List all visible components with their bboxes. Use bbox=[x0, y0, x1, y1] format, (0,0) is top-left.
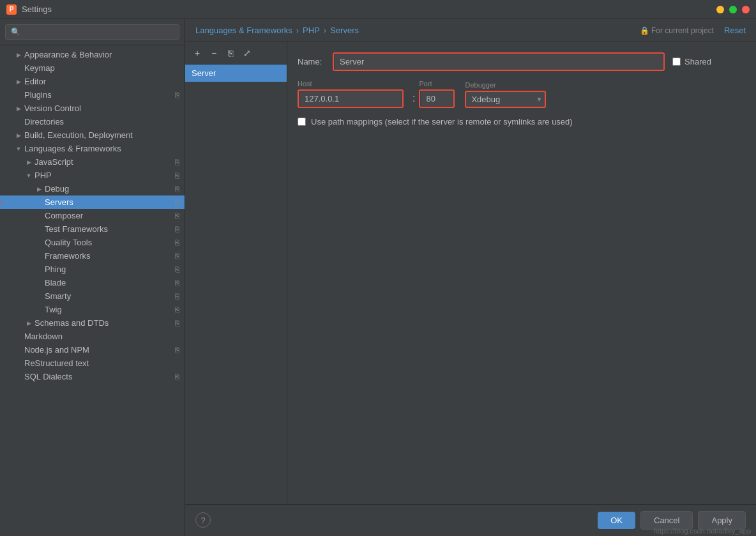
arrow-icon bbox=[24, 171, 33, 180]
host-input[interactable] bbox=[299, 91, 402, 106]
breadcrumb-item-php[interactable]: PHP bbox=[303, 26, 320, 35]
name-label: Name: bbox=[298, 57, 326, 66]
port-input[interactable] bbox=[421, 91, 453, 106]
sidebar-item-build[interactable]: Build, Execution, Deployment bbox=[0, 128, 185, 142]
copy-icon bbox=[175, 197, 179, 207]
server-list: Server bbox=[185, 65, 287, 504]
breadcrumb-project: 🔒 For current project bbox=[640, 26, 714, 35]
sidebar-item-label: ReStructured text bbox=[24, 358, 179, 368]
sidebar-item-label: Servers bbox=[45, 197, 175, 207]
copy-icon bbox=[175, 211, 179, 220]
sidebar-item-label: Twig bbox=[45, 305, 175, 314]
sidebar-item-label: Plugins bbox=[24, 90, 175, 100]
host-label: Host bbox=[298, 80, 404, 88]
help-button[interactable]: ? bbox=[195, 512, 211, 528]
copy-icon bbox=[175, 264, 179, 274]
ok-button[interactable]: OK bbox=[598, 512, 635, 529]
sidebar-item-plugins[interactable]: Plugins bbox=[0, 88, 185, 102]
sidebar-item-label: Editor bbox=[24, 77, 179, 86]
sidebar-item-frameworks[interactable]: Frameworks bbox=[0, 249, 185, 263]
remove-server-button[interactable]: − bbox=[207, 46, 221, 60]
sidebar-item-debug[interactable]: Debug bbox=[0, 182, 185, 195]
search-bar bbox=[0, 19, 185, 45]
maximize-button[interactable] bbox=[729, 6, 737, 13]
sidebar-item-javascript[interactable]: JavaScript bbox=[0, 155, 185, 169]
path-mappings-label: Use path mappings (select if the server … bbox=[311, 117, 573, 126]
copy-icon bbox=[175, 90, 179, 100]
breadcrumb-item-servers[interactable]: Servers bbox=[330, 26, 359, 35]
sidebar-item-label: Test Frameworks bbox=[45, 224, 175, 234]
sidebar-item-sql[interactable]: SQL Dialects bbox=[0, 370, 185, 383]
title-bar: P Settings bbox=[0, 0, 756, 19]
window-controls[interactable] bbox=[716, 6, 750, 13]
sidebar-item-label: Smarty bbox=[45, 291, 175, 301]
sidebar-item-restructured[interactable]: ReStructured text bbox=[0, 356, 185, 370]
minimize-button[interactable] bbox=[716, 6, 724, 13]
name-input[interactable] bbox=[335, 54, 663, 69]
sidebar-item-blade[interactable]: Blade bbox=[0, 276, 185, 289]
sidebar-item-label: Node.js and NPM bbox=[24, 345, 175, 355]
sidebar-item-version-control[interactable]: Version Control bbox=[0, 102, 185, 115]
sidebar-item-phing[interactable]: Phing bbox=[0, 263, 185, 276]
port-input-wrapper bbox=[419, 89, 455, 108]
copy-icon bbox=[175, 157, 179, 167]
sidebar-item-label: PHP bbox=[34, 171, 175, 180]
arrow-icon bbox=[34, 185, 43, 194]
nav-server-button[interactable]: ⤢ bbox=[240, 46, 254, 60]
sidebar-item-keymap[interactable]: Keymap bbox=[0, 61, 185, 75]
arrow-indicator: ➤ bbox=[0, 196, 2, 208]
port-label: Port bbox=[419, 80, 455, 88]
breadcrumb: Languages & Frameworks › PHP › Servers 🔒… bbox=[185, 19, 756, 42]
sidebar-item-label: Frameworks bbox=[45, 251, 175, 261]
name-field-row: Name: Shared bbox=[298, 52, 746, 71]
sidebar-item-label: Phing bbox=[45, 264, 175, 274]
server-panel: + − ⎘ ⤢ Server Name: bbox=[185, 42, 756, 504]
copy-icon bbox=[175, 291, 179, 301]
sidebar-item-quality-tools[interactable]: Quality Tools bbox=[0, 236, 185, 249]
search-input[interactable] bbox=[5, 24, 179, 40]
sidebar-item-label: SQL Dialects bbox=[24, 372, 175, 381]
arrow-icon bbox=[14, 104, 23, 113]
copy-icon bbox=[175, 318, 179, 328]
copy-server-button[interactable]: ⎘ bbox=[223, 46, 238, 60]
breadcrumb-separator: › bbox=[324, 26, 326, 35]
sidebar-item-label: Blade bbox=[45, 278, 175, 287]
sidebar-item-php[interactable]: PHP bbox=[0, 169, 185, 182]
sidebar-item-composer[interactable]: Composer bbox=[0, 209, 185, 222]
sidebar-item-markdown[interactable]: Markdown bbox=[0, 330, 185, 343]
sidebar-item-servers[interactable]: ➤ Servers bbox=[0, 195, 185, 209]
sidebar-item-twig[interactable]: Twig bbox=[0, 303, 185, 316]
sidebar-item-schemas[interactable]: Schemas and DTDs bbox=[0, 316, 185, 330]
sidebar-item-languages[interactable]: Languages & Frameworks bbox=[0, 142, 185, 155]
sidebar: Appearance & Behavior Keymap Editor Plug… bbox=[0, 19, 185, 536]
breadcrumb-separator: › bbox=[296, 26, 299, 35]
sidebar-item-test-frameworks[interactable]: Test Frameworks bbox=[0, 222, 185, 236]
sidebar-item-label: JavaScript bbox=[34, 157, 175, 167]
arrow-icon bbox=[14, 131, 23, 140]
sidebar-item-smarty[interactable]: Smarty bbox=[0, 289, 185, 303]
reset-link[interactable]: Reset bbox=[724, 26, 746, 35]
add-server-button[interactable]: + bbox=[190, 46, 204, 60]
shared-label: Shared bbox=[684, 57, 711, 66]
sidebar-item-editor[interactable]: Editor bbox=[0, 75, 185, 88]
arrow-icon bbox=[24, 158, 33, 167]
debugger-select[interactable]: Xdebug Zend Debugger bbox=[465, 91, 546, 108]
breadcrumb-item-languages[interactable]: Languages & Frameworks bbox=[195, 26, 292, 35]
server-list-item[interactable]: Server bbox=[185, 65, 287, 82]
sidebar-tree: Appearance & Behavior Keymap Editor Plug… bbox=[0, 45, 185, 536]
sidebar-item-directories[interactable]: Directories bbox=[0, 115, 185, 128]
server-config-form: Name: Shared Host bbox=[287, 42, 756, 504]
sidebar-item-label: Schemas and DTDs bbox=[34, 318, 175, 328]
debugger-select-container: Xdebug Zend Debugger ▼ bbox=[465, 91, 546, 108]
shared-checkbox[interactable] bbox=[672, 57, 681, 66]
app-icon: P bbox=[6, 4, 17, 15]
sidebar-item-label: Quality Tools bbox=[45, 238, 175, 247]
path-mappings-checkbox[interactable] bbox=[298, 118, 306, 126]
arrow-icon bbox=[14, 144, 23, 153]
sidebar-item-appearance[interactable]: Appearance & Behavior bbox=[0, 48, 185, 61]
sidebar-item-label: Appearance & Behavior bbox=[24, 50, 179, 59]
copy-icon bbox=[175, 184, 179, 194]
sidebar-item-nodejs[interactable]: Node.js and NPM bbox=[0, 343, 185, 356]
copy-icon bbox=[175, 251, 179, 261]
close-button[interactable] bbox=[742, 6, 750, 13]
